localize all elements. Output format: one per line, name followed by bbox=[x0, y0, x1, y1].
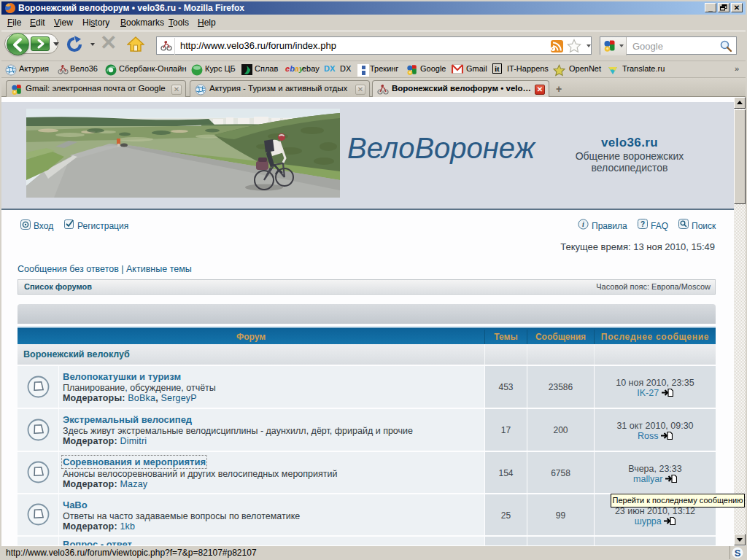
svg-text:S: S bbox=[735, 548, 741, 559]
svg-text:i: i bbox=[582, 220, 584, 228]
svg-text:?: ? bbox=[640, 220, 645, 228]
